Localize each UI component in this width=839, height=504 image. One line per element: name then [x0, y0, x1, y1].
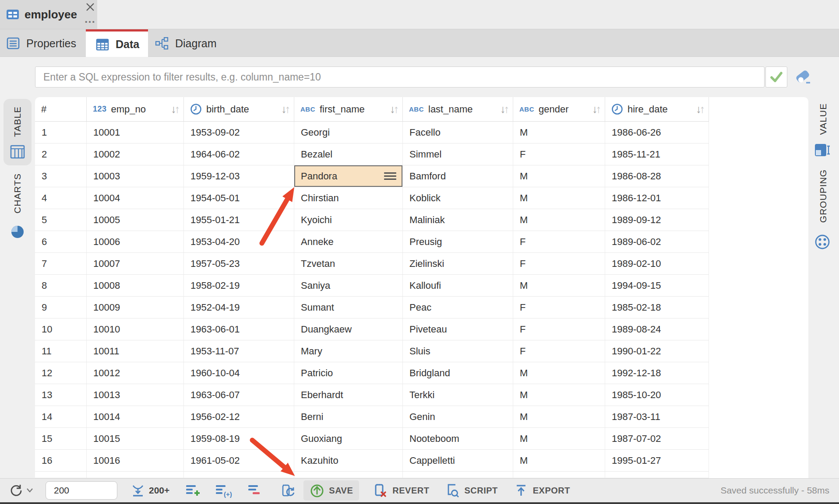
grid-cell-first_name[interactable]: Kazuhito — [294, 450, 403, 471]
column-header-first_name[interactable]: ABCfirst_name↓↑ — [294, 97, 403, 121]
grid-cell-first_name[interactable]: Sumant — [294, 297, 403, 318]
fetch-next-page-button[interactable]: 200+ — [130, 483, 169, 498]
grid-cell-gender[interactable]: F — [513, 253, 605, 274]
grid-cell-gender[interactable]: M — [513, 384, 605, 406]
grid-cell-birth_date[interactable]: 1953-11-07 — [184, 340, 294, 362]
panel-tab-grouping[interactable]: GROUPING — [818, 161, 828, 231]
grid-cell-gender[interactable]: F — [513, 318, 605, 340]
grid-cell-first_name[interactable]: Saniya — [294, 275, 403, 296]
grid-cell-first_name[interactable]: Anneke — [294, 231, 403, 252]
grid-cell-last_name[interactable]: Peac — [403, 297, 513, 318]
grid-cell-last_name[interactable]: Genin — [403, 406, 513, 427]
delete-row-icon[interactable] — [247, 483, 263, 498]
grid-cell-birth_date[interactable]: 1954-05-01 — [184, 187, 294, 209]
eraser-icon[interactable] — [793, 68, 813, 87]
row-number-cell[interactable]: 8 — [35, 275, 87, 296]
grid-cell-emp_no[interactable]: 10010 — [87, 318, 184, 340]
grid-cell-gender[interactable]: M — [513, 165, 605, 187]
grid-cell-birth_date[interactable]: 1952-04-19 — [184, 297, 294, 318]
grid-cell-hire_date[interactable]: 1985-10-20 — [605, 384, 709, 406]
column-header-hire_date[interactable]: hire_date↓↑ — [605, 97, 709, 121]
duplicate-row-icon[interactable]: (+) — [215, 483, 233, 498]
grid-cell-gender[interactable]: M — [513, 450, 605, 471]
grid-cell-hire_date[interactable]: 1994-09-15 — [605, 275, 709, 296]
grid-cell-gender[interactable]: F — [513, 340, 605, 362]
grid-cell-last_name[interactable]: Sluis — [403, 340, 513, 362]
grid-cell-emp_no[interactable]: 10006 — [87, 231, 184, 252]
column-header-gender[interactable]: ABCgender↓↑ — [513, 97, 605, 121]
grid-cell-first_name[interactable]: Duangkaew — [294, 318, 403, 340]
grid-cell-birth_date[interactable]: 1959-12-03 — [184, 165, 294, 187]
row-number-cell[interactable]: 11 — [35, 340, 87, 362]
grid-cell-last_name[interactable]: Terkki — [403, 384, 513, 406]
row-number-cell[interactable]: 1 — [35, 122, 87, 143]
sort-icons[interactable]: ↓↑ — [171, 104, 180, 115]
row-number-cell[interactable]: 10 — [35, 318, 87, 340]
panel-tab-table[interactable]: TABLE — [12, 95, 23, 148]
grid-cell-hire_date[interactable]: 1989-08-24 — [605, 318, 709, 340]
grid-cell-first_name[interactable]: Guoxiang — [294, 428, 403, 449]
grid-cell-birth_date[interactable]: 1953-09-02 — [184, 122, 294, 143]
grid-cell-last_name[interactable]: Nooteboom — [403, 428, 513, 449]
grid-cell-last_name[interactable]: Zielinski — [403, 253, 513, 274]
cell-menu-icon[interactable] — [384, 171, 396, 182]
grid-cell-hire_date[interactable]: 1995-01-27 — [605, 450, 709, 471]
row-number-cell[interactable]: 14 — [35, 406, 87, 427]
apply-filter-button[interactable] — [765, 66, 787, 88]
column-header-birth_date[interactable]: birth_date↓↑ — [184, 97, 294, 121]
grid-cell-birth_date[interactable]: 1955-01-21 — [184, 209, 294, 231]
script-button[interactable]: SCRIPT — [443, 482, 497, 499]
row-number-cell[interactable]: 5 — [35, 209, 87, 231]
row-number-cell[interactable]: 9 — [35, 297, 87, 318]
grid-cell-first_name[interactable]: Eberhardt — [294, 384, 403, 406]
grid-cell-first_name[interactable]: Georgi — [294, 122, 403, 143]
grid-cell-emp_no[interactable]: 10016 — [87, 450, 184, 471]
panel-tab-charts[interactable]: CHARTS — [12, 163, 23, 224]
row-number-cell[interactable]: 7 — [35, 253, 87, 274]
grid-cell-hire_date[interactable]: 1989-06-02 — [605, 231, 709, 252]
row-number-cell[interactable]: 6 — [35, 231, 87, 252]
grid-cell-birth_date[interactable]: 1963-06-01 — [184, 318, 294, 340]
grid-cell-last_name[interactable]: Bridgland — [403, 362, 513, 384]
grid-cell-emp_no[interactable]: 10004 — [87, 187, 184, 209]
grid-cell-last_name[interactable]: Facello — [403, 122, 513, 143]
sort-icons[interactable]: ↓↑ — [500, 104, 509, 115]
grid-cell-birth_date[interactable]: 1958-02-19 — [184, 275, 294, 296]
grid-cell-gender[interactable]: F — [513, 231, 605, 252]
grid-cell-birth_date[interactable]: 1957-05-23 — [184, 253, 294, 274]
grid-cell-first_name[interactable]: Tzvetan — [294, 253, 403, 274]
sort-icons[interactable]: ↓↑ — [592, 104, 601, 115]
grid-cell-gender[interactable]: M — [513, 362, 605, 384]
grid-cell-emp_no[interactable]: 10014 — [87, 406, 184, 427]
grid-cell-hire_date[interactable]: 1992-12-18 — [605, 362, 709, 384]
grid-cell-hire_date[interactable]: 1986-06-26 — [605, 122, 709, 143]
row-number-cell[interactable]: 15 — [35, 428, 87, 449]
refresh-button[interactable] — [9, 483, 33, 498]
export-button[interactable]: EXPORT — [514, 483, 570, 498]
edit-window-icon[interactable] — [280, 483, 296, 498]
tab-diagram[interactable]: Diagram — [148, 29, 231, 57]
grid-cell-hire_date[interactable]: 1986-12-01 — [605, 187, 709, 209]
grid-cell-emp_no[interactable]: 10012 — [87, 362, 184, 384]
grid-cell-emp_no[interactable]: 10001 — [87, 122, 184, 143]
grid-cell-first_name[interactable]: Patricio — [294, 362, 403, 384]
grid-cell-emp_no[interactable]: 10009 — [87, 297, 184, 318]
column-header-last_name[interactable]: ABClast_name↓↑ — [403, 97, 513, 121]
grid-cell-first_name[interactable]: Berni — [294, 406, 403, 427]
grid-cell-birth_date[interactable]: 1959-08-19 — [184, 428, 294, 449]
grid-cell-birth_date[interactable]: 1961-05-02 — [184, 450, 294, 471]
grid-cell-gender[interactable]: M — [513, 209, 605, 231]
grid-cell-birth_date[interactable]: 1960-10-04 — [184, 362, 294, 384]
grid-cell-birth_date[interactable]: 1964-06-02 — [184, 144, 294, 165]
grid-cell-hire_date[interactable]: 1985-02-18 — [605, 297, 709, 318]
grid-cell-gender[interactable]: M — [513, 428, 605, 449]
grid-cell-first_name[interactable]: Kyoichi — [294, 209, 403, 231]
row-number-cell[interactable]: 2 — [35, 144, 87, 165]
grid-cell-last_name[interactable]: Piveteau — [403, 318, 513, 340]
sort-icons[interactable]: ↓↑ — [390, 104, 399, 115]
grid-cell-emp_no[interactable]: 10007 — [87, 253, 184, 274]
row-limit-input[interactable] — [46, 481, 117, 500]
grid-cell-last_name[interactable]: Maliniak — [403, 209, 513, 231]
grid-cell-gender[interactable]: F — [513, 297, 605, 318]
grid-cell-first_name[interactable]: Mary — [294, 340, 403, 362]
